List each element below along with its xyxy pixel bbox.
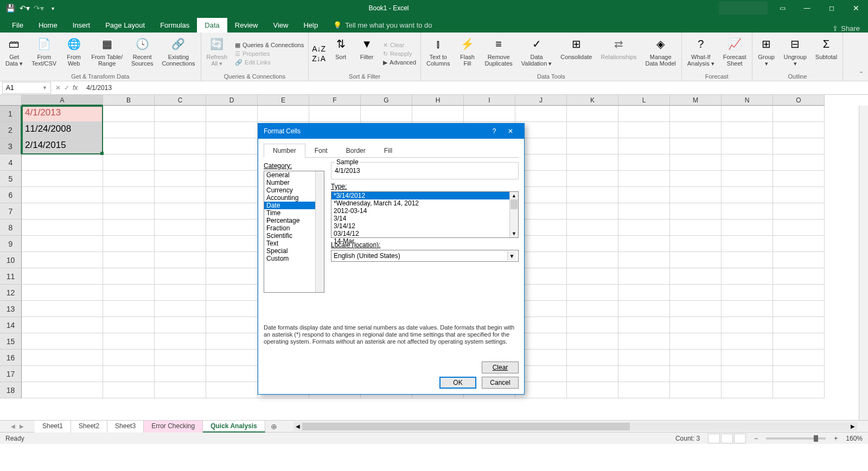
reapply-button[interactable]: ↻Reapply xyxy=(382,50,417,58)
type-item[interactable]: 2012-03-14 xyxy=(331,207,518,215)
from-web-button[interactable]: 🌐From Web xyxy=(63,34,85,73)
sheet-tab[interactable]: Quick Analysis xyxy=(203,420,265,433)
maximize-button[interactable]: ◻ xyxy=(819,0,844,16)
cell[interactable] xyxy=(773,268,825,285)
cell[interactable] xyxy=(567,268,618,285)
forecast-sheet-button[interactable]: 📈Forecast Sheet xyxy=(721,34,749,73)
existing-connections-button[interactable]: 🔗Existing Connections xyxy=(159,34,197,73)
dialog-title-bar[interactable]: Format Cells ? ✕ xyxy=(258,124,524,139)
relationships-button[interactable]: ⇄Relationships xyxy=(598,34,639,73)
cell[interactable] xyxy=(670,382,722,398)
cell[interactable] xyxy=(773,236,825,252)
cell[interactable] xyxy=(567,154,618,171)
cell[interactable] xyxy=(722,236,773,252)
cell[interactable] xyxy=(618,122,670,138)
cell[interactable] xyxy=(567,285,618,301)
cell[interactable] xyxy=(361,106,412,122)
cell[interactable] xyxy=(773,382,825,398)
cell[interactable] xyxy=(103,268,155,285)
row-header[interactable]: 15 xyxy=(0,333,22,350)
row-header[interactable]: 11 xyxy=(0,268,22,285)
sheet-tab[interactable]: Sheet3 xyxy=(107,420,144,433)
ribbon-options-icon[interactable]: ▭ xyxy=(770,0,795,16)
row-header[interactable]: 17 xyxy=(0,366,22,382)
cell[interactable] xyxy=(567,236,618,252)
cell[interactable] xyxy=(567,171,618,187)
cell[interactable] xyxy=(670,317,722,333)
cell[interactable] xyxy=(722,285,773,301)
advanced-filter-button[interactable]: ▶Advanced xyxy=(382,59,417,67)
cell[interactable] xyxy=(670,350,722,366)
cell[interactable] xyxy=(155,106,206,122)
cell[interactable] xyxy=(618,333,670,350)
cell[interactable] xyxy=(22,350,103,366)
cell[interactable] xyxy=(206,301,258,317)
cell[interactable] xyxy=(103,333,155,350)
cell[interactable] xyxy=(515,106,567,122)
cell[interactable] xyxy=(155,268,206,285)
cell[interactable] xyxy=(567,333,618,350)
cancel-button[interactable]: Cancel xyxy=(482,377,519,389)
zoom-level[interactable]: 160% xyxy=(846,435,863,442)
cell[interactable] xyxy=(618,154,670,171)
row-header[interactable]: 10 xyxy=(0,252,22,268)
cell[interactable] xyxy=(722,366,773,382)
cell[interactable] xyxy=(670,252,722,268)
cell[interactable] xyxy=(670,106,722,122)
dialog-tab-fill[interactable]: Fill xyxy=(375,144,401,158)
category-list[interactable]: GeneralNumberCurrencyAccountingDateTimeP… xyxy=(264,171,324,293)
cell[interactable] xyxy=(567,382,618,398)
sheet-tab[interactable]: Error Checking xyxy=(144,420,203,433)
cell[interactable] xyxy=(103,236,155,252)
tab-review[interactable]: Review xyxy=(227,18,266,33)
cell[interactable] xyxy=(722,333,773,350)
cell[interactable] xyxy=(206,122,258,138)
cell[interactable] xyxy=(670,154,722,171)
row-header[interactable]: 18 xyxy=(0,382,22,398)
from-text-csv-button[interactable]: 📄From Text/CSV xyxy=(29,34,59,73)
row-header[interactable]: 7 xyxy=(0,203,22,220)
cell[interactable] xyxy=(103,301,155,317)
row-header[interactable]: 2 xyxy=(0,122,22,138)
cell[interactable] xyxy=(309,106,361,122)
cell[interactable] xyxy=(722,220,773,236)
cell[interactable] xyxy=(103,350,155,366)
cell[interactable] xyxy=(722,382,773,398)
cell[interactable] xyxy=(155,301,206,317)
page-break-view-button[interactable] xyxy=(734,434,746,443)
column-header[interactable]: N xyxy=(722,95,773,106)
share-button[interactable]: ⇪Share xyxy=(832,24,860,33)
cell[interactable] xyxy=(567,350,618,366)
cell[interactable] xyxy=(206,382,258,398)
cell[interactable] xyxy=(155,220,206,236)
row-header[interactable]: 1 xyxy=(0,106,22,122)
cell[interactable] xyxy=(22,154,103,171)
zoom-in-button[interactable]: + xyxy=(834,435,838,442)
column-header[interactable]: F xyxy=(309,95,361,106)
sort-button[interactable]: ⇅Sort xyxy=(330,34,352,73)
cell[interactable]: 2/14/2015 xyxy=(22,138,103,154)
cell[interactable] xyxy=(22,366,103,382)
cell[interactable] xyxy=(670,301,722,317)
tab-home[interactable]: Home xyxy=(31,18,65,33)
cell[interactable] xyxy=(670,220,722,236)
cell[interactable] xyxy=(773,285,825,301)
cell[interactable] xyxy=(618,301,670,317)
cell[interactable] xyxy=(773,333,825,350)
cell[interactable] xyxy=(206,317,258,333)
cell[interactable] xyxy=(103,317,155,333)
cell[interactable] xyxy=(618,187,670,203)
cell[interactable]: 11/24/2008 xyxy=(22,122,103,138)
type-list[interactable]: *3/14/2012*Wednesday, March 14, 20122012… xyxy=(331,191,519,238)
column-header[interactable]: C xyxy=(155,95,206,106)
cell[interactable] xyxy=(258,106,309,122)
sheet-tab[interactable]: Sheet2 xyxy=(71,420,107,433)
cell[interactable] xyxy=(103,154,155,171)
normal-view-button[interactable] xyxy=(708,434,720,443)
cell[interactable] xyxy=(618,138,670,154)
cell[interactable] xyxy=(670,333,722,350)
cell[interactable] xyxy=(618,350,670,366)
edit-links-button[interactable]: 🔗Edit Links xyxy=(234,59,305,67)
row-header[interactable]: 9 xyxy=(0,236,22,252)
cell[interactable] xyxy=(722,106,773,122)
